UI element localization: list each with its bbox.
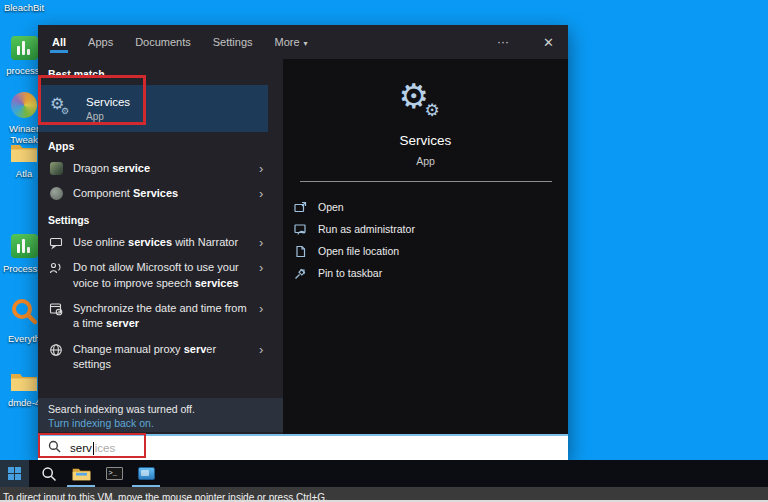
taskbar-search-button[interactable] bbox=[36, 460, 62, 487]
chevron-right-icon[interactable]: › bbox=[259, 236, 263, 249]
text-caret bbox=[93, 442, 94, 455]
start-search-flyout: All Apps Documents Settings More▾ ··· ✕ … bbox=[38, 25, 568, 460]
folder-icon bbox=[10, 370, 38, 392]
action-open-file-location[interactable]: Open file location bbox=[283, 240, 568, 262]
result-proxy-settings[interactable]: Change manual proxy server settings › bbox=[38, 337, 283, 378]
action-label: Run as administrator bbox=[318, 223, 415, 235]
calendar-clock-icon bbox=[48, 302, 64, 316]
vm-status-bar: To direct input to this VM, move the mou… bbox=[0, 487, 768, 500]
action-run-as-administrator[interactable]: Run as administrator bbox=[283, 218, 568, 240]
action-label: Pin to taskbar bbox=[318, 267, 382, 279]
result-label: Component Services bbox=[73, 186, 255, 201]
indexing-notice-text: Search indexing was turned off. bbox=[48, 403, 273, 415]
preview-title: Services bbox=[283, 133, 568, 148]
desktop-icon-label: BleachBit bbox=[2, 3, 46, 14]
tab-settings[interactable]: Settings bbox=[211, 27, 255, 57]
file-explorer-icon bbox=[72, 466, 91, 481]
run-admin-icon bbox=[293, 223, 307, 236]
file-location-icon bbox=[293, 245, 307, 258]
search-icon bbox=[48, 439, 61, 457]
taskbar-vm-app-button[interactable] bbox=[133, 460, 159, 487]
result-preview-panel: ⚙⚙ Services App Open Run as administrato… bbox=[283, 59, 568, 434]
preview-subtitle: App bbox=[283, 155, 568, 167]
tab-documents[interactable]: Documents bbox=[133, 27, 193, 57]
speech-person-icon bbox=[48, 261, 64, 275]
search-typed-text: serv bbox=[70, 442, 92, 454]
desktop-icon-bleachbit[interactable]: BleachBit bbox=[2, 1, 46, 14]
tab-apps[interactable]: Apps bbox=[86, 27, 115, 57]
result-sync-time[interactable]: Synchronize the date and time from a tim… bbox=[38, 296, 283, 337]
chevron-down-icon: ▾ bbox=[304, 39, 308, 48]
taskbar-command-prompt-button[interactable]: >_ bbox=[101, 460, 127, 487]
search-input[interactable]: serv ices bbox=[38, 434, 568, 460]
chevron-right-icon[interactable]: › bbox=[259, 162, 263, 175]
result-component-services[interactable]: Component Services › bbox=[38, 181, 283, 206]
result-label: Synchronize the date and time from a tim… bbox=[73, 301, 255, 332]
best-match-result-services[interactable]: ⚙⚙ Services App bbox=[38, 85, 268, 132]
result-label: Use online services with Narrator bbox=[73, 235, 255, 250]
indexing-notice: Search indexing was turned off. Turn ind… bbox=[38, 398, 283, 432]
settings-section-header: Settings bbox=[48, 214, 283, 226]
chevron-right-icon[interactable]: › bbox=[259, 343, 263, 356]
search-icon bbox=[41, 466, 57, 482]
options-ellipsis-button[interactable]: ··· bbox=[487, 31, 519, 53]
start-button[interactable] bbox=[0, 460, 29, 487]
apps-section-header: Apps bbox=[48, 140, 283, 152]
close-icon[interactable]: ✕ bbox=[537, 31, 568, 54]
best-match-header: Best match bbox=[48, 68, 283, 80]
action-open[interactable]: Open bbox=[283, 196, 568, 218]
services-gears-icon: ⚙⚙ bbox=[50, 98, 72, 120]
taskbar-file-explorer-button[interactable] bbox=[68, 460, 94, 487]
magnifier-orange-icon bbox=[8, 296, 40, 328]
narrator-monitor-icon bbox=[48, 236, 64, 250]
action-label: Open bbox=[318, 201, 344, 213]
result-label: Dragon service bbox=[73, 161, 255, 176]
chevron-right-icon[interactable]: › bbox=[259, 302, 263, 315]
tab-more[interactable]: More▾ bbox=[273, 27, 310, 57]
chevron-right-icon[interactable]: › bbox=[259, 187, 263, 200]
process-monitor-icon bbox=[11, 36, 38, 60]
action-label: Open file location bbox=[318, 245, 399, 257]
desktop: { "icons": { "gear": "⚙", "chevron": "›"… bbox=[0, 0, 768, 502]
best-match-subtitle: App bbox=[86, 111, 130, 122]
search-suggestion-text: ices bbox=[95, 442, 115, 454]
taskbar: >_ bbox=[0, 460, 768, 487]
globe-icon bbox=[48, 343, 64, 357]
services-gears-icon-large: ⚙⚙ bbox=[399, 79, 449, 123]
turn-indexing-on-link[interactable]: Turn indexing back on. bbox=[48, 417, 273, 429]
pin-icon bbox=[293, 267, 307, 280]
preview-actions: Open Run as administrator Open file loca… bbox=[283, 196, 568, 284]
preview-divider bbox=[300, 181, 552, 182]
result-label: Change manual proxy server settings bbox=[73, 342, 255, 373]
result-label: Do not allow Microsoft to use your voice… bbox=[73, 260, 255, 291]
process-lasso-icon bbox=[11, 234, 38, 258]
search-tab-bar: All Apps Documents Settings More▾ ··· ✕ bbox=[38, 25, 568, 59]
command-prompt-icon: >_ bbox=[106, 467, 123, 480]
action-pin-to-taskbar[interactable]: Pin to taskbar bbox=[283, 262, 568, 284]
tab-all[interactable]: All bbox=[50, 27, 68, 57]
vm-window-icon bbox=[138, 467, 155, 480]
dragon-service-icon bbox=[48, 162, 64, 175]
winaero-tweaker-icon bbox=[11, 92, 37, 118]
open-window-icon bbox=[293, 201, 307, 214]
search-results-column: Best match ⚙⚙ Services App Apps Dragon s… bbox=[38, 59, 283, 434]
component-services-icon bbox=[48, 187, 64, 200]
best-match-title: Services bbox=[86, 96, 130, 108]
folder-icon bbox=[10, 141, 38, 163]
windows-logo-icon bbox=[8, 467, 21, 480]
result-speech-privacy[interactable]: Do not allow Microsoft to use your voice… bbox=[38, 255, 283, 296]
result-narrator-online-services[interactable]: Use online services with Narrator › bbox=[38, 230, 283, 255]
chevron-right-icon[interactable]: › bbox=[259, 261, 263, 274]
result-dragon-service[interactable]: Dragon service › bbox=[38, 156, 283, 181]
